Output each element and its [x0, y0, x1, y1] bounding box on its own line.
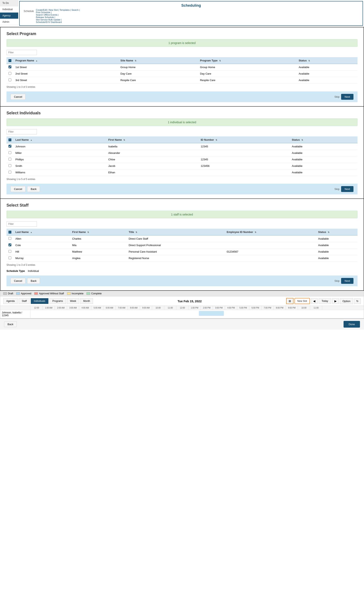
program-filter-input[interactable]: [7, 50, 37, 55]
nav-agency[interactable]: Agency: [0, 13, 18, 19]
staff-filter-input[interactable]: [7, 221, 37, 227]
hour-1am: 1:00 AM: [43, 306, 55, 310]
tab-individuals[interactable]: Individuals: [31, 298, 48, 304]
individuals-cancel-button[interactable]: Cancel: [11, 186, 26, 192]
individuals-back-button[interactable]: Back: [27, 186, 40, 192]
staff-checkbox-3[interactable]: [8, 256, 11, 259]
link-release-schedule[interactable]: Release Schedule: [36, 16, 54, 18]
staff-back-button[interactable]: Back: [27, 278, 40, 284]
staff-select-all-header[interactable]: −: [7, 229, 13, 235]
staff-status-2: Available: [316, 249, 358, 255]
program-status-0: Available: [297, 64, 357, 71]
individuals-filter-input[interactable]: [7, 129, 37, 134]
bottom-done-button[interactable]: Done: [343, 321, 360, 328]
link-new-slot[interactable]: New Slot: [49, 9, 58, 11]
program-type-header[interactable]: Program Type ⇅: [198, 57, 297, 64]
individual-checkbox-0[interactable]: [8, 145, 11, 148]
tab-week[interactable]: Week: [67, 298, 79, 304]
program-type-2: Respite Care: [198, 77, 297, 83]
program-status-header[interactable]: Status ⇅: [297, 57, 357, 64]
program-row-checkbox-1[interactable]: [8, 72, 11, 75]
deselect-all-individuals-icon[interactable]: −: [8, 138, 11, 141]
program-skip-label[interactable]: Skip: [335, 95, 340, 98]
table-row: Cole Mia Direct Support Professional Ava…: [7, 242, 357, 249]
nav-todo[interactable]: To Do: [0, 0, 18, 6]
program-cancel-button[interactable]: Cancel: [11, 94, 26, 100]
staff-title-header[interactable]: Title ⇅: [127, 229, 225, 235]
timeline-header: 12:00 1:00 AM 2:00 AM 3:00 AM 4:00 AM 5:…: [0, 306, 364, 310]
individuals-next-button[interactable]: Next: [341, 186, 353, 192]
legend-incomplete: Incomplete: [67, 292, 84, 295]
program-row-checkbox-2[interactable]: [8, 78, 11, 81]
staff-checkbox-0[interactable]: [8, 237, 11, 240]
program-next-button[interactable]: Next: [341, 94, 353, 100]
scheduling-title: Scheduling: [24, 3, 358, 8]
select-staff-section: Select Staff 1 staff is selected − Last …: [0, 199, 364, 291]
deselect-all-icon[interactable]: −: [8, 59, 11, 62]
bottom-back-button[interactable]: Back: [4, 321, 17, 327]
legend-approved: Approved: [16, 292, 31, 295]
calendar-option-button[interactable]: Option: [340, 298, 353, 304]
staff-last-1: Cole: [13, 242, 70, 249]
staff-employee-id-header[interactable]: Employee ID Number ⇅: [225, 229, 316, 235]
individuals-table: − Last Name ▲ First Name ⇅ ID Number ⇅ S…: [7, 136, 357, 176]
calendar-prev-button[interactable]: ◀: [311, 298, 318, 304]
calendar-today-button[interactable]: Today: [319, 298, 331, 304]
calendar-toolbar: Agenda Staff Individuals Programs Week M…: [0, 296, 364, 306]
timeline-slot-0[interactable]: [199, 311, 224, 316]
individuals-skip-label[interactable]: Skip: [335, 187, 340, 191]
program-name-header[interactable]: Program Name ▲: [13, 57, 118, 64]
deselect-all-staff-icon[interactable]: −: [8, 231, 11, 233]
legend-approved-no-staff-box: [34, 292, 38, 295]
link-print-schedule[interactable]: Print Schedule: [36, 11, 51, 14]
staff-skip-label[interactable]: Skip: [335, 279, 340, 282]
individual-status-header[interactable]: Status ⇅: [290, 136, 357, 143]
program-row-checkbox-0[interactable]: [8, 66, 11, 68]
bottom-action-bar: Back Done: [0, 319, 364, 330]
individual-checkbox-2[interactable]: [8, 158, 11, 161]
tab-programs[interactable]: Programs: [49, 298, 66, 304]
legend-approved-label: Approved: [21, 292, 31, 295]
link-search-offline[interactable]: Search Offline Events: [36, 14, 57, 16]
ind-last-name-1: Miller: [13, 150, 106, 156]
nav-individual[interactable]: Individual: [0, 6, 18, 13]
timeline-row-slots-0[interactable]: [31, 310, 364, 318]
tab-agenda[interactable]: Agenda: [3, 298, 18, 304]
individuals-entries-text: Showing 1 to 5 of 5 entries: [7, 178, 357, 181]
last-name-header[interactable]: Last Name ▲: [13, 136, 106, 143]
site-name-header[interactable]: Site Name ⇅: [118, 57, 198, 64]
nav-admin[interactable]: Admin: [0, 19, 18, 25]
individual-checkbox-1[interactable]: [8, 151, 11, 154]
calendar-section: Draft Approved Approved Without Staff In…: [0, 291, 364, 319]
calendar-next-button[interactable]: ▶: [332, 298, 339, 304]
new-slot-button[interactable]: New Slot: [295, 298, 310, 304]
first-name-header[interactable]: First Name ⇅: [106, 136, 198, 143]
link-schedule-evv[interactable]: Schedule/EVV Dashboard: [36, 21, 62, 23]
hour-2pm: 2:00 PM: [201, 306, 213, 310]
id-number-header[interactable]: ID Number ⇅: [199, 136, 290, 143]
individuals-select-all-header[interactable]: −: [7, 136, 13, 143]
staff-next-button[interactable]: Next: [341, 278, 353, 284]
individual-checkbox-3[interactable]: [8, 164, 11, 167]
hour-11pm: 11:00: [310, 306, 322, 310]
link-create-edit[interactable]: Create/Edit: [36, 9, 47, 11]
individual-checkbox-4[interactable]: [8, 171, 11, 173]
calendar-refresh-button[interactable]: ↻: [354, 298, 361, 304]
staff-last-name-header[interactable]: Last Name ▲: [13, 229, 70, 235]
ind-id-1: [199, 150, 290, 156]
table-row: Smith Jacob 123456 Available: [7, 163, 357, 169]
ind-first-name-1: Alexander: [106, 150, 198, 156]
link-slot-bulk[interactable]: Slot Service Bulk Update: [36, 18, 61, 21]
link-templates[interactable]: Templates: [59, 9, 70, 11]
staff-checkbox-1[interactable]: [8, 244, 11, 246]
tab-month[interactable]: Month: [80, 298, 93, 304]
staff-empid-3: [225, 255, 316, 261]
staff-status-header[interactable]: Status ⇅: [316, 229, 358, 235]
calendar-grid-view-button[interactable]: ⊞: [286, 298, 293, 304]
program-select-all-header[interactable]: −: [7, 57, 13, 64]
staff-cancel-button[interactable]: Cancel: [11, 278, 26, 284]
staff-checkbox-2[interactable]: [8, 250, 11, 253]
link-search[interactable]: Search: [72, 9, 79, 11]
staff-first-name-header[interactable]: First Name ⇅: [70, 229, 127, 235]
tab-staff[interactable]: Staff: [19, 298, 29, 304]
